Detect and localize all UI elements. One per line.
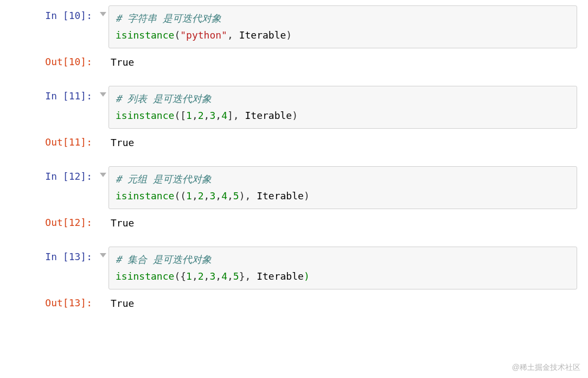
output-value: True <box>108 293 577 312</box>
input-prompt: In [11]: <box>11 86 98 102</box>
notebook-cell: In [13]: # 集合 是可迭代对象 isinstance({1,2,3,4… <box>11 247 577 312</box>
collapse-toggle[interactable] <box>98 86 108 97</box>
code-punct: ( <box>174 29 180 41</box>
code-function: isinstance <box>116 270 174 282</box>
code-number: 5 <box>233 190 239 201</box>
collapse-toggle[interactable] <box>98 5 108 16</box>
code-punct: , <box>233 110 245 121</box>
code-punct: , <box>192 270 198 282</box>
code-punct: , <box>204 110 210 121</box>
code-punct: ) <box>286 29 292 41</box>
input-prompt: In [13]: <box>11 247 98 262</box>
code-comment: # 列表 是可迭代对象 <box>116 93 212 104</box>
code-number: 5 <box>233 270 239 282</box>
code-punct: { <box>180 270 186 282</box>
output-prompt: Out[10]: <box>11 52 98 67</box>
notebook-cell: In [10]: # 字符串 是可迭代对象 isinstance("python… <box>11 5 577 71</box>
code-punct: ] <box>227 110 233 121</box>
input-prompt: In [10]: <box>11 5 98 21</box>
code-identifier: Iterable <box>245 110 292 121</box>
code-number: 2 <box>198 110 204 121</box>
code-number: 4 <box>221 110 227 121</box>
output-value: True <box>108 52 577 71</box>
code-punct: ( <box>174 110 180 121</box>
output-value: True <box>108 212 577 231</box>
code-punct: ( <box>180 190 186 201</box>
code-punct: ( <box>174 270 180 282</box>
code-identifier: Iterable <box>239 29 286 41</box>
code-number: 3 <box>209 110 215 121</box>
code-punct: , <box>192 190 198 201</box>
code-punct: , <box>227 29 239 41</box>
code-comment: # 元组 是可迭代对象 <box>116 173 212 185</box>
output-value: True <box>108 132 577 151</box>
code-function: isinstance <box>116 29 174 41</box>
chevron-down-icon <box>100 253 106 257</box>
code-punct: , <box>204 190 210 201</box>
code-number: 3 <box>209 190 215 201</box>
code-punct: ) <box>292 110 298 121</box>
code-number: 1 <box>186 270 192 282</box>
notebook-cell: In [11]: # 列表 是可迭代对象 isinstance([1,2,3,4… <box>11 86 577 151</box>
code-punct: ) <box>239 190 245 201</box>
chevron-down-icon <box>100 12 106 16</box>
code-punct: , <box>227 190 233 201</box>
code-punct: ( <box>174 190 180 201</box>
collapse-toggle[interactable] <box>98 247 108 257</box>
code-punct: , <box>215 110 221 121</box>
code-punct: , <box>245 190 257 201</box>
output-prompt: Out[11]: <box>11 132 98 148</box>
code-number: 1 <box>186 190 192 201</box>
chevron-down-icon <box>100 92 106 97</box>
code-number: 3 <box>209 270 215 282</box>
code-input[interactable]: # 集合 是可迭代对象 isinstance({1,2,3,4,5}, Iter… <box>108 247 577 289</box>
code-number: 4 <box>221 270 227 282</box>
code-identifier: Iterable <box>257 270 304 282</box>
code-number: 2 <box>198 270 204 282</box>
code-function: isinstance <box>116 110 174 121</box>
code-punct: , <box>215 270 221 282</box>
output-prompt: Out[12]: <box>11 212 98 228</box>
code-punct: } <box>239 270 245 282</box>
code-punct: [ <box>180 110 186 121</box>
code-function: isinstance <box>116 190 174 201</box>
code-number: 2 <box>198 190 204 201</box>
code-punct: , <box>204 270 210 282</box>
code-input[interactable]: # 列表 是可迭代对象 isinstance([1,2,3,4], Iterab… <box>108 86 577 129</box>
chevron-down-icon <box>100 173 106 177</box>
code-punct: , <box>245 270 257 282</box>
code-punct: , <box>215 190 221 201</box>
output-prompt: Out[13]: <box>11 293 98 308</box>
code-string: "python" <box>180 29 227 41</box>
code-punct: , <box>192 110 198 121</box>
collapse-toggle[interactable] <box>98 166 108 177</box>
code-comment: # 字符串 是可迭代对象 <box>116 12 221 24</box>
code-number: 1 <box>186 110 192 121</box>
code-input[interactable]: # 元组 是可迭代对象 isinstance((1,2,3,4,5), Iter… <box>108 166 577 209</box>
code-punct: ) <box>304 190 310 201</box>
code-number: 4 <box>221 190 227 201</box>
code-identifier: Iterable <box>257 190 304 201</box>
code-input[interactable]: # 字符串 是可迭代对象 isinstance("python", Iterab… <box>108 5 577 48</box>
input-prompt: In [12]: <box>11 166 98 182</box>
code-comment: # 集合 是可迭代对象 <box>116 254 212 265</box>
notebook-cell: In [12]: # 元组 是可迭代对象 isinstance((1,2,3,4… <box>11 166 577 231</box>
code-punct: ) <box>304 270 310 282</box>
code-punct: , <box>227 270 233 282</box>
